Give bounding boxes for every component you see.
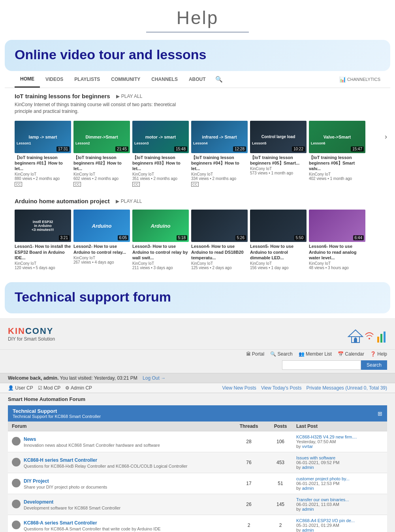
forum-row-content: DIY Project Share your DIY project photo… xyxy=(12,478,233,489)
kincony-smart-icon xyxy=(340,323,387,345)
yt-nav-playlists[interactable]: PLAYLISTS xyxy=(69,72,105,87)
forum-search-input[interactable] xyxy=(282,360,361,370)
playlist2-playall[interactable]: ▶ PLAY ALL xyxy=(116,199,142,204)
video-next-arrow[interactable]: › xyxy=(382,121,390,153)
forum-main-title: Smart Home Automation Forum xyxy=(0,393,395,405)
view-new-posts-link[interactable]: View New Posts xyxy=(222,385,256,391)
video-card[interactable]: lamp -> smart Lesson1 17:31 【IoT trainin… xyxy=(15,121,71,189)
forum-row-icon xyxy=(12,521,21,529)
last-post-by: by admin xyxy=(296,507,314,511)
forum-user-nav: 👤 User CP ☑ Mod CP ⚙ Admin CP View New P… xyxy=(0,383,395,393)
svg-point-7 xyxy=(354,337,357,340)
forum-row-icon xyxy=(12,500,21,508)
yt-nav-home[interactable]: HOME xyxy=(15,71,40,88)
forum-top-nav: 🏛 Portal 🔍 Search 👥 Member List 📅 Calend… xyxy=(0,349,395,358)
forum-last-post: Issues with software 06-01-2021, 09:52 P… xyxy=(296,455,383,470)
help-title: Help xyxy=(146,7,249,28)
yt-nav: HOME VIDEOS PLAYLISTS COMMUNITY CHANNELS… xyxy=(5,71,390,88)
col-threads: Threads xyxy=(233,423,265,429)
video-card[interactable]: motor -> smart Lesson3 15:48 【IoT traini… xyxy=(132,121,189,189)
last-post-title[interactable]: KC868-H32B V4.29 new firm.... xyxy=(296,435,383,439)
forum-desc: Questions for KC868-A Smart Controller t… xyxy=(24,526,161,531)
private-messages-link[interactable]: Private Messages (Unread 0, Total 39) xyxy=(306,385,387,391)
forum-name-link[interactable]: KC868-A series Smart Controller xyxy=(24,520,97,526)
mod-cp-link[interactable]: ☑ Mod CP xyxy=(38,385,61,391)
video-card[interactable]: instll ESP32 in Arduino <3 minutes!!! 3:… xyxy=(15,210,71,272)
col-forum: Forum xyxy=(12,423,233,429)
last-post-by: by admin xyxy=(296,486,314,491)
yt-nav-channels[interactable]: CHANNELS xyxy=(146,72,183,87)
category-expand-icon[interactable]: ⊞ xyxy=(378,410,382,417)
playlist1-header: IoT training lessons for beginners ▶ PLA… xyxy=(15,93,380,99)
last-post-title[interactable]: Issues with software xyxy=(296,455,383,460)
last-post-title[interactable]: customer project photo by... xyxy=(296,476,383,481)
forum-section-heading: Technical support forum xyxy=(15,289,380,305)
forum-posts: 106 xyxy=(265,439,296,444)
video-card[interactable]: 6:44 Lesson6- How to use Arduino to read… xyxy=(309,210,365,272)
forum-section-wrapper: Technical Support Technical Support for … xyxy=(8,405,387,532)
user-cp-link[interactable]: 👤 User CP xyxy=(8,385,33,391)
forum-row-icon xyxy=(12,458,21,466)
playlist1-section: IoT training lessons for beginners ▶ PLA… xyxy=(5,88,390,121)
forum-desc: Share your DIY project photo or document… xyxy=(24,485,107,489)
last-post-title[interactable]: KC868-A4 ESP32 I/O pin de... xyxy=(296,518,383,523)
forum-section-banner: Technical support forum xyxy=(5,282,390,313)
last-post-date: Yesterday, 07:50 AM xyxy=(296,439,383,444)
forum-portal-link[interactable]: 🏛 Portal xyxy=(246,351,265,357)
forum-row-icon xyxy=(12,437,21,446)
video-card[interactable]: 5:50 Lesson5- How to use Arduino to cont… xyxy=(250,210,307,272)
last-post-title[interactable]: Transfer our own binaries... xyxy=(296,497,383,502)
table-row: DIY Project Share your DIY project photo… xyxy=(8,473,387,494)
video-thumb: Dimmer->Smart Lesson2 21:45 xyxy=(73,121,130,153)
video-thumb: motor -> smart Lesson3 15:48 xyxy=(132,121,189,153)
forum-name-link[interactable]: KC868-H series Smart Controller xyxy=(24,457,97,463)
video-card[interactable]: Arduino 5:18 Lesson3- How to use Arduino… xyxy=(132,210,189,272)
last-post-by: by admin xyxy=(296,465,314,470)
playlist2-section: Arduino home automation project ▶ PLAY A… xyxy=(5,193,390,210)
video-card[interactable]: 5:26 Lesson4- How to use Arduino to read… xyxy=(191,210,248,272)
yt-search-icon[interactable]: 🔍 xyxy=(211,71,227,88)
playlist2-videos: instll ESP32 in Arduino <3 minutes!!! 3:… xyxy=(5,210,390,277)
video-card[interactable]: Control large load Lesson5 10:22 【IoT tr… xyxy=(250,121,307,189)
last-post-date: 06-01-2021, 09:52 PM xyxy=(296,460,383,465)
kincony-name: KINCONY xyxy=(8,326,55,336)
forum-name-link[interactable]: DIY Project xyxy=(24,478,49,484)
video-card[interactable]: Valve->Smart Lesson6 15:47 【IoT training… xyxy=(309,121,365,189)
yt-nav-community[interactable]: COMMUNITY xyxy=(105,72,146,87)
view-todays-posts-link[interactable]: View Today's Posts xyxy=(261,385,302,391)
forum-row-content: KC868-H series Smart Controller Question… xyxy=(12,457,233,468)
video-thumb: Arduino 5:18 xyxy=(132,210,189,242)
forum-desc: Questions for KC868-HxB Relay Controller… xyxy=(24,464,188,468)
last-post-by: by vvrtar xyxy=(296,444,313,449)
forum-name-link[interactable]: News xyxy=(24,436,36,442)
forum-posts: 2 xyxy=(265,523,296,528)
forum-calendar-link[interactable]: 📅 Calendar xyxy=(338,351,364,357)
svg-rect-4 xyxy=(377,337,379,343)
last-post-date: 06-01-2021, 11:03 AM xyxy=(296,502,383,507)
forum-search-button[interactable]: Search xyxy=(361,360,387,370)
category-sub: Technical Support for KC868 Smart Contro… xyxy=(13,414,101,419)
forum-name-link[interactable]: Development xyxy=(24,499,53,505)
kincony-tagline: DIY for Smart Solution xyxy=(8,336,55,342)
forum-search-bar: Search xyxy=(0,358,395,373)
yt-nav-videos[interactable]: VIDEOS xyxy=(40,72,69,87)
yt-nav-about[interactable]: ABOUT xyxy=(183,72,211,87)
forum-search-link[interactable]: 🔍 Search xyxy=(270,351,292,357)
video-card[interactable]: Arduino 6:05 Lesson2- How to use Arduino… xyxy=(73,210,130,272)
playlist1-title: IoT training lessons for beginners xyxy=(15,93,110,99)
video-thumb: lamp -> smart Lesson1 17:31 xyxy=(15,121,71,153)
col-lastpost: Last Post xyxy=(296,423,383,429)
video-card[interactable]: infrared -> Smart Lesson4 12:28 【IoT tra… xyxy=(191,121,248,189)
welcome-bar: Welcome back, admin. You last visited: Y… xyxy=(0,373,395,383)
video-thumb: 5:50 xyxy=(250,210,307,242)
forum-memberlist-link[interactable]: 👥 Member List xyxy=(299,351,332,357)
video-card[interactable]: Dimmer->Smart Lesson2 21:45 【IoT trainin… xyxy=(73,121,130,189)
forum-help-link[interactable]: ❓ Help xyxy=(370,351,387,357)
forum-desc: Innovation news about KC868 Smart Contro… xyxy=(24,443,160,448)
forum-threads: 17 xyxy=(233,481,265,486)
admin-cp-link[interactable]: ⚙ Admin CP xyxy=(65,385,92,391)
playlist1-playall[interactable]: ▶ PLAY ALL xyxy=(116,94,143,99)
forum-last-post: KC868-A4 ESP32 I/O pin de... 05-31-2021,… xyxy=(296,518,383,532)
table-row: Development Development software for KC8… xyxy=(8,494,387,515)
logout-link[interactable]: Log Out → xyxy=(143,375,166,381)
